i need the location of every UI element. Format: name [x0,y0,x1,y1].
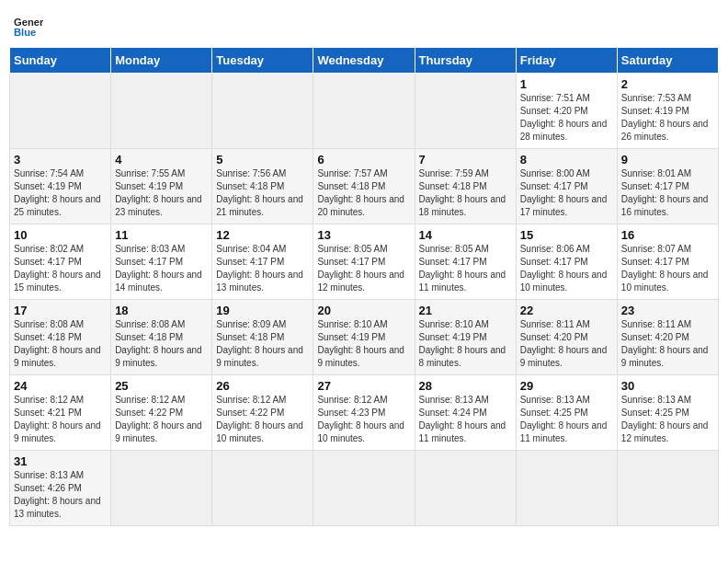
day-number: 21 [419,304,512,317]
calendar-cell [313,74,415,149]
day-number: 26 [216,379,309,393]
calendar-cell [111,451,212,526]
calendar-cell: 24Sunrise: 8:12 AMSunset: 4:21 PMDayligh… [10,375,111,451]
day-number: 10 [14,228,107,242]
calendar-cell: 2Sunrise: 7:53 AMSunset: 4:19 PMDaylight… [617,74,718,149]
calendar-cell: 17Sunrise: 8:08 AMSunset: 4:18 PMDayligh… [10,300,111,375]
cell-info: Sunrise: 8:02 AMSunset: 4:17 PMDaylight:… [14,243,107,294]
day-number: 23 [621,304,714,317]
calendar-cell: 7Sunrise: 7:59 AMSunset: 4:18 PMDaylight… [415,149,516,224]
column-header-monday: Monday [111,48,212,74]
day-number: 11 [115,228,208,242]
cell-info: Sunrise: 8:08 AMSunset: 4:18 PMDaylight:… [14,318,107,370]
calendar-cell: 29Sunrise: 8:13 AMSunset: 4:25 PMDayligh… [516,375,617,451]
day-number: 1 [520,77,613,91]
calendar-week-6: 31Sunrise: 8:13 AMSunset: 4:26 PMDayligh… [10,451,719,526]
day-number: 22 [520,304,613,317]
cell-info: Sunrise: 7:59 AMSunset: 4:18 PMDaylight:… [419,167,512,219]
cell-info: Sunrise: 7:57 AMSunset: 4:18 PMDaylight:… [317,167,410,219]
cell-info: Sunrise: 8:10 AMSunset: 4:19 PMDaylight:… [317,318,410,370]
cell-info: Sunrise: 8:09 AMSunset: 4:18 PMDaylight:… [216,318,309,370]
cell-info: Sunrise: 8:13 AMSunset: 4:26 PMDaylight:… [14,469,107,521]
calendar-cell: 16Sunrise: 8:07 AMSunset: 4:17 PMDayligh… [617,224,718,300]
day-number: 4 [115,153,208,167]
day-number: 20 [317,304,410,317]
day-number: 5 [216,153,309,167]
cell-info: Sunrise: 8:12 AMSunset: 4:22 PMDaylight:… [216,394,309,445]
day-number: 27 [317,379,410,393]
cell-info: Sunrise: 8:08 AMSunset: 4:18 PMDaylight:… [115,318,208,370]
day-number: 7 [419,153,512,167]
calendar-cell [10,74,111,149]
day-number: 15 [520,228,613,242]
day-number: 2 [621,77,714,91]
calendar-cell: 25Sunrise: 8:12 AMSunset: 4:22 PMDayligh… [111,375,212,451]
cell-info: Sunrise: 7:55 AMSunset: 4:19 PMDaylight:… [115,167,208,219]
cell-info: Sunrise: 8:12 AMSunset: 4:21 PMDaylight:… [14,394,107,445]
calendar-cell: 11Sunrise: 8:03 AMSunset: 4:17 PMDayligh… [111,224,212,300]
calendar-cell [415,74,516,149]
column-header-sunday: Sunday [10,48,111,74]
calendar-cell: 10Sunrise: 8:02 AMSunset: 4:17 PMDayligh… [10,224,111,300]
cell-info: Sunrise: 8:01 AMSunset: 4:17 PMDaylight:… [621,167,714,219]
cell-info: Sunrise: 8:11 AMSunset: 4:20 PMDaylight:… [520,318,613,370]
cell-info: Sunrise: 7:51 AMSunset: 4:20 PMDaylight:… [520,92,613,144]
cell-info: Sunrise: 8:13 AMSunset: 4:24 PMDaylight:… [419,394,512,445]
day-number: 29 [520,379,613,393]
calendar-cell: 31Sunrise: 8:13 AMSunset: 4:26 PMDayligh… [10,451,111,526]
cell-info: Sunrise: 8:05 AMSunset: 4:17 PMDaylight:… [419,243,512,294]
calendar-cell: 23Sunrise: 8:11 AMSunset: 4:20 PMDayligh… [617,300,718,375]
calendar-header-row: SundayMondayTuesdayWednesdayThursdayFrid… [10,48,719,74]
day-number: 19 [216,304,309,317]
column-header-friday: Friday [516,48,617,74]
day-number: 6 [317,153,410,167]
day-number: 9 [621,153,714,167]
day-number: 28 [419,379,512,393]
logo: General Blue [14,14,43,40]
day-number: 16 [621,228,714,242]
cell-info: Sunrise: 7:54 AMSunset: 4:19 PMDaylight:… [14,167,107,219]
column-header-thursday: Thursday [415,48,516,74]
cell-info: Sunrise: 8:10 AMSunset: 4:19 PMDaylight:… [419,318,512,370]
cell-info: Sunrise: 8:03 AMSunset: 4:17 PMDaylight:… [115,243,208,294]
cell-info: Sunrise: 8:06 AMSunset: 4:17 PMDaylight:… [520,243,613,294]
svg-text:Blue: Blue [14,27,36,38]
calendar-cell: 3Sunrise: 7:54 AMSunset: 4:19 PMDaylight… [10,149,111,224]
calendar-cell [415,451,516,526]
calendar-week-4: 17Sunrise: 8:08 AMSunset: 4:18 PMDayligh… [10,300,719,375]
calendar-cell: 18Sunrise: 8:08 AMSunset: 4:18 PMDayligh… [111,300,212,375]
calendar-cell: 20Sunrise: 8:10 AMSunset: 4:19 PMDayligh… [313,300,415,375]
cell-info: Sunrise: 8:12 AMSunset: 4:22 PMDaylight:… [115,394,208,445]
calendar-cell [313,451,415,526]
calendar-week-3: 10Sunrise: 8:02 AMSunset: 4:17 PMDayligh… [10,224,719,300]
day-number: 25 [115,379,208,393]
cell-info: Sunrise: 8:04 AMSunset: 4:17 PMDaylight:… [216,243,309,294]
day-number: 13 [317,228,410,242]
day-number: 31 [14,454,107,468]
cell-info: Sunrise: 7:56 AMSunset: 4:18 PMDaylight:… [216,167,309,219]
day-number: 12 [216,228,309,242]
calendar-week-2: 3Sunrise: 7:54 AMSunset: 4:19 PMDaylight… [10,149,719,224]
calendar-cell: 26Sunrise: 8:12 AMSunset: 4:22 PMDayligh… [212,375,313,451]
calendar-cell: 19Sunrise: 8:09 AMSunset: 4:18 PMDayligh… [212,300,313,375]
day-number: 18 [115,304,208,317]
calendar-cell [111,74,212,149]
calendar-cell: 8Sunrise: 8:00 AMSunset: 4:17 PMDaylight… [516,149,617,224]
calendar-cell: 12Sunrise: 8:04 AMSunset: 4:17 PMDayligh… [212,224,313,300]
calendar-cell: 4Sunrise: 7:55 AMSunset: 4:19 PMDaylight… [111,149,212,224]
calendar-cell: 6Sunrise: 7:57 AMSunset: 4:18 PMDaylight… [313,149,415,224]
calendar-week-1: 1Sunrise: 7:51 AMSunset: 4:20 PMDaylight… [10,74,719,149]
calendar-week-5: 24Sunrise: 8:12 AMSunset: 4:21 PMDayligh… [10,375,719,451]
cell-info: Sunrise: 8:13 AMSunset: 4:25 PMDaylight:… [520,394,613,445]
calendar-cell: 28Sunrise: 8:13 AMSunset: 4:24 PMDayligh… [415,375,516,451]
calendar-cell: 1Sunrise: 7:51 AMSunset: 4:20 PMDaylight… [516,74,617,149]
cell-info: Sunrise: 8:13 AMSunset: 4:25 PMDaylight:… [621,394,714,445]
logo-icon: General Blue [14,14,43,40]
cell-info: Sunrise: 8:00 AMSunset: 4:17 PMDaylight:… [520,167,613,219]
column-header-tuesday: Tuesday [212,48,313,74]
calendar-cell: 9Sunrise: 8:01 AMSunset: 4:17 PMDaylight… [617,149,718,224]
column-header-wednesday: Wednesday [313,48,415,74]
calendar-cell: 13Sunrise: 8:05 AMSunset: 4:17 PMDayligh… [313,224,415,300]
day-number: 8 [520,153,613,167]
calendar-cell: 21Sunrise: 8:10 AMSunset: 4:19 PMDayligh… [415,300,516,375]
